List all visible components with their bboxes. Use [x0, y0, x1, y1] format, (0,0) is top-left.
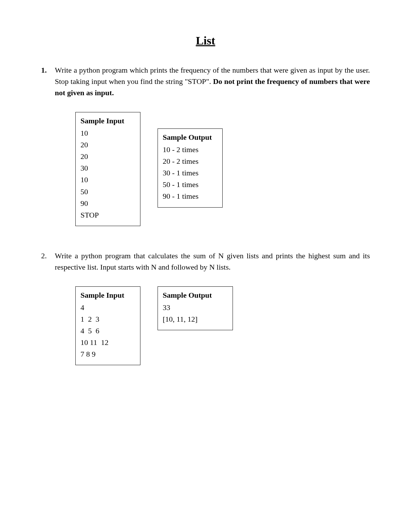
sample-input-line: 10 [80, 127, 135, 139]
question-1: 1. Write a python program which prints t… [41, 64, 370, 226]
question-2-samples: Sample Input 4 1 2 3 4 5 6 10 11 12 7 8 … [75, 286, 370, 366]
sample-output-line: 10 - 2 times [163, 144, 217, 156]
sample-input-line: 4 [80, 302, 135, 313]
question-1-header: 1. Write a python program which prints t… [41, 64, 370, 98]
sample-output-line: 50 - 1 times [163, 179, 217, 190]
question-1-sample-output-title: Sample Output [163, 132, 217, 143]
sample-input-line: 7 8 9 [80, 348, 135, 360]
question-2-header: 2. Write a python program that calculate… [41, 250, 370, 273]
sample-output-line: 33 [163, 302, 228, 313]
sample-input-line: 90 [80, 198, 135, 209]
sample-input-line: STOP [80, 209, 135, 221]
question-1-sample-input-box: Sample Input 10 20 20 30 10 50 90 STOP [75, 112, 140, 226]
sample-input-line: 4 5 6 [80, 325, 135, 337]
question-2-sample-input-title: Sample Input [80, 289, 135, 301]
question-2-sample-output-title: Sample Output [163, 289, 228, 301]
question-1-sample-output-box: Sample Output 10 - 2 times 20 - 2 times … [158, 128, 223, 208]
page-title: List [41, 34, 370, 47]
sample-input-line: 10 11 12 [80, 337, 135, 348]
question-1-text: Write a python program which prints the … [55, 64, 370, 98]
sample-input-line: 1 2 3 [80, 313, 135, 325]
sample-output-line: [10, 11, 12] [163, 313, 228, 325]
question-1-samples: Sample Input 10 20 20 30 10 50 90 STOP S… [75, 112, 370, 226]
sample-output-line: 20 - 2 times [163, 156, 217, 167]
sample-input-line: 20 [80, 151, 135, 162]
question-2-sample-output-box: Sample Output 33 [10, 11, 12] [158, 286, 233, 330]
question-2-text: Write a python program that calculates t… [55, 250, 370, 273]
sample-input-line: 20 [80, 139, 135, 151]
question-1-number: 1. [41, 64, 55, 76]
question-2: 2. Write a python program that calculate… [41, 250, 370, 366]
sample-input-line: 10 [80, 174, 135, 186]
question-2-number: 2. [41, 250, 55, 261]
question-2-sample-input-box: Sample Input 4 1 2 3 4 5 6 10 11 12 7 8 … [75, 286, 140, 366]
question-2-text-plain: Write a python program that calculates t… [55, 251, 370, 271]
question-1-sample-input-title: Sample Input [80, 115, 135, 127]
sample-output-line: 90 - 1 times [163, 190, 217, 202]
sample-input-line: 50 [80, 186, 135, 198]
sample-input-line: 30 [80, 162, 135, 174]
sample-output-line: 30 - 1 times [163, 167, 217, 179]
